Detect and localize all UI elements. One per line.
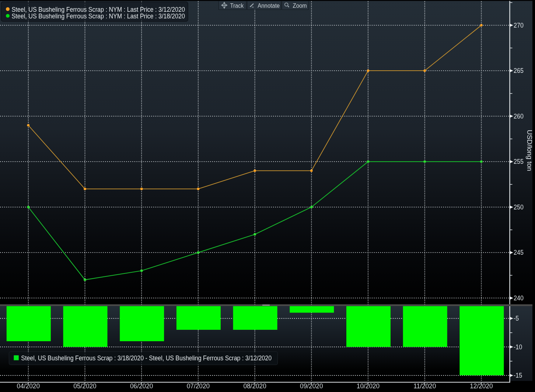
svg-text:05/2020: 05/2020 (73, 382, 97, 390)
svg-text:250: 250 (514, 204, 524, 211)
svg-text:06/2020: 06/2020 (130, 382, 153, 390)
svg-text:04/2020: 04/2020 (17, 382, 40, 390)
svg-text:-10: -10 (514, 343, 522, 351)
svg-text:245: 245 (514, 249, 524, 257)
svg-text:Annotate: Annotate (258, 2, 280, 9)
svg-text:11/2020: 11/2020 (413, 382, 436, 390)
svg-text:Zoom: Zoom (293, 2, 307, 9)
svg-text:265: 265 (514, 67, 524, 74)
svg-text:12/2020: 12/2020 (470, 382, 493, 390)
svg-text:Track: Track (230, 2, 244, 9)
svg-text:USD/long ton: USD/long ton (526, 130, 533, 171)
svg-text:255: 255 (514, 158, 524, 166)
svg-text:-5: -5 (514, 315, 519, 322)
svg-text:240: 240 (514, 294, 524, 302)
svg-text:260: 260 (514, 113, 524, 120)
svg-text:08/2020: 08/2020 (243, 382, 266, 390)
svg-text:07/2020: 07/2020 (187, 382, 210, 390)
svg-text:-15: -15 (514, 372, 522, 379)
svg-text:09/2020: 09/2020 (300, 382, 323, 390)
svg-text:270: 270 (514, 22, 524, 29)
svg-text:10/2020: 10/2020 (357, 382, 380, 390)
svg-text:Steel, US Busheling Ferrous Sc: Steel, US Busheling Ferrous Scrap : NYM … (12, 13, 185, 20)
svg-text:Steel, US Busheling Ferrous Sc: Steel, US Busheling Ferrous Scrap : NYM … (12, 6, 185, 13)
svg-text:Steel, US Busheling Ferrous Sc: Steel, US Busheling Ferrous Scrap : 3/18… (21, 354, 272, 362)
